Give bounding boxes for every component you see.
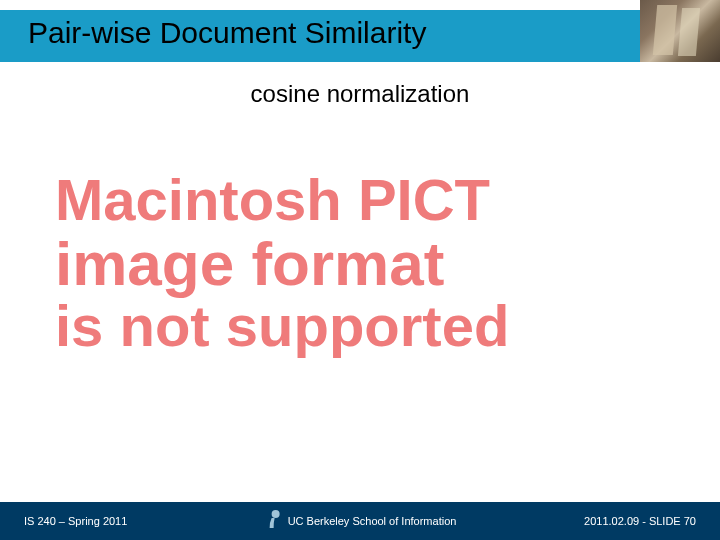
slide-subtitle: cosine normalization [0, 80, 720, 108]
footer-institution-block: UC Berkeley School of Information [264, 508, 457, 534]
slide-header: Pair-wise Document Similarity [0, 0, 720, 62]
pict-error-line-1: Macintosh PICT [55, 170, 655, 231]
footer-institution-label: UC Berkeley School of Information [288, 515, 457, 527]
footer-course-label: IS 240 – Spring 2011 [24, 515, 127, 527]
slide-footer: IS 240 – Spring 2011 UC Berkeley School … [0, 502, 720, 540]
footer-date-slide-label: 2011.02.09 - SLIDE 70 [584, 515, 696, 527]
pict-error-block: Macintosh PICT image format is not suppo… [55, 170, 655, 357]
slide-title: Pair-wise Document Similarity [28, 16, 426, 50]
pict-error-line-2: image format [55, 231, 655, 296]
pict-error-line-3: is not supported [55, 296, 655, 357]
svg-point-0 [272, 510, 280, 518]
berkeley-logo-icon [264, 508, 282, 534]
header-building-photo [640, 0, 720, 62]
